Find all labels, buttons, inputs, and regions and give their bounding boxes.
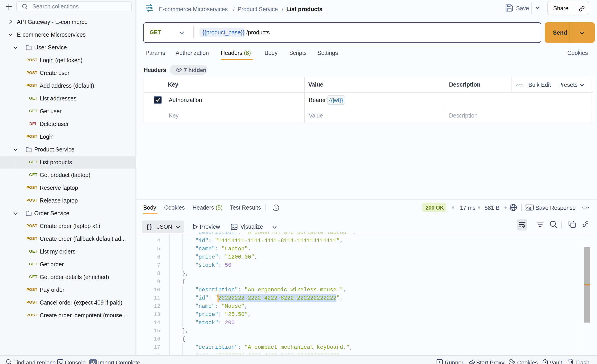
svg-text:HTTP: HTTP: [146, 7, 153, 10]
